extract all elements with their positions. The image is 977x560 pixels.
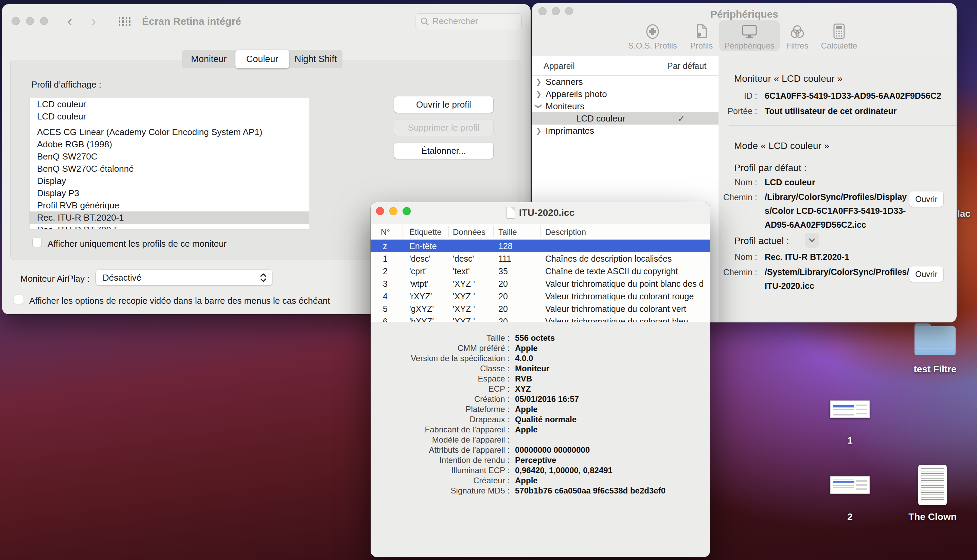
icc-titlebar[interactable]: ITU-2020.icc	[371, 202, 710, 224]
minimize-button[interactable]	[26, 17, 34, 25]
open-current-profile-button[interactable]: Ouvrir	[909, 267, 944, 282]
table-row[interactable]: 3 'wtpt' 'XYZ ' 20 Valeur trichromatique…	[371, 277, 710, 290]
disclosure-collapsed-icon[interactable]: ❯	[532, 90, 545, 98]
open-default-profile-button[interactable]: Ouvrir	[909, 192, 944, 207]
first-aid-icon	[627, 23, 678, 39]
toolbar-calculette[interactable]: Calculette	[814, 23, 865, 50]
table-row[interactable]: 5 'gXYZ' 'XYZ ' 20 Valeur trichromatique…	[371, 302, 710, 315]
table-row[interactable]: 1 'desc' 'desc' 111 Chaînes de descripti…	[371, 252, 710, 265]
zoom-button[interactable]	[40, 17, 48, 25]
column-appareil[interactable]: Appareil	[544, 61, 575, 71]
delete-profile-button[interactable]: Supprimer le profil	[394, 120, 493, 136]
airplay-dropdown[interactable]: Désactivé	[96, 270, 273, 285]
tab-bar: Moniteur Couleur Night Shift	[182, 50, 343, 68]
disclosure-collapsed-icon[interactable]: ❯	[532, 78, 545, 86]
name-value: LCD couleur	[765, 178, 815, 187]
thumbnail-content	[833, 404, 854, 415]
list-item[interactable]: Rec. ITU-R BT.709-5	[30, 224, 309, 230]
toolbar-sos-profils[interactable]: S.O.S. Profils	[627, 23, 678, 50]
mirroring-checkbox[interactable]	[13, 295, 23, 304]
property-row: Créateur :Apple	[371, 475, 710, 486]
property-row: Fabricant de l’appareil :Apple	[371, 425, 710, 435]
thumbnail-buttons	[856, 480, 867, 490]
desktop-icon-label-the-clown[interactable]: The Clown	[903, 512, 961, 522]
mode-section-title: Mode « LCD couleur »	[734, 140, 829, 152]
toolbar-peripheriques[interactable]: Périphériques	[724, 23, 775, 50]
column-etiquette[interactable]: Étiquette	[409, 227, 442, 237]
id-label: ID :	[683, 91, 757, 101]
tree-item-scanners[interactable]: ❯ Scanners	[532, 76, 718, 88]
show-only-profiles-checkbox[interactable]	[32, 238, 42, 247]
list-item[interactable]: LCD couleur	[30, 98, 309, 110]
scope-value: Tout utilisateur de cet ordinateur	[765, 106, 897, 116]
mirroring-label: Afficher les options de recopie vidéo da…	[29, 296, 330, 306]
forward-button[interactable]: ›	[91, 14, 96, 28]
profile-properties: Taille :556 octets CMM préféré :Apple Ve…	[371, 322, 710, 557]
list-item-selected[interactable]: Rec. ITU-R BT.2020-1	[30, 212, 309, 224]
list-separator	[30, 124, 309, 124]
disclosure-expanded-icon[interactable]: ❯	[535, 100, 543, 113]
profile-list[interactable]: LCD couleur LCD couleur ACES CG Linear (…	[29, 98, 309, 230]
folder-body	[915, 326, 955, 355]
list-item[interactable]: ACES CG Linear (Academy Color Encoding S…	[30, 126, 309, 138]
calibrate-button[interactable]: Étalonner...	[394, 143, 493, 159]
grid-icon[interactable]	[119, 17, 132, 27]
desktop-icon-label-2[interactable]: 2	[833, 512, 867, 522]
property-row: Intention de rendu :Perceptive	[371, 455, 710, 465]
desktop-icon-label-test-filtre[interactable]: test Filtre	[908, 364, 962, 375]
table-header: N° Étiquette Données Taille Description	[371, 224, 710, 240]
back-button[interactable]: ‹	[67, 14, 72, 28]
disclosure-collapsed-icon[interactable]: ❯	[532, 127, 545, 135]
document-thumbnail-the-clown[interactable]	[918, 465, 947, 505]
table-row-selected[interactable]: z En-tête 128	[371, 240, 710, 252]
property-row: ECP :XYZ	[371, 384, 710, 394]
property-row: Modèle de l’appareil :	[371, 435, 710, 445]
window-title: Périphériques	[532, 8, 957, 20]
column-description[interactable]: Description	[545, 227, 586, 237]
property-row: Drapeaux :Qualité normale	[371, 414, 710, 425]
list-item[interactable]: Display P3	[30, 187, 309, 199]
list-item[interactable]: BenQ SW270C étalonné	[30, 163, 309, 175]
monitor-icon	[724, 23, 775, 39]
monitor-section-title: Moniteur « LCD couleur »	[734, 73, 843, 84]
current-profile-menu-button[interactable]	[805, 233, 819, 248]
name-label: Nom :	[683, 178, 757, 187]
table-row[interactable]: 2 'cprt' 'text' 35 Chaîne de texte ASCII…	[371, 265, 710, 277]
column-par-defaut[interactable]: Par défaut	[667, 61, 706, 71]
property-row: Plateforme :Apple	[371, 404, 710, 414]
folder-icon-test-filtre[interactable]	[915, 323, 955, 355]
thumbnail-buttons	[856, 405, 867, 415]
list-item[interactable]: BenQ SW270C	[30, 150, 309, 163]
desktop-icon-label-partial[interactable]: lac	[957, 208, 977, 219]
window-title: Écran Retina intégré	[142, 16, 241, 27]
screenshot-thumbnail-2[interactable]	[830, 476, 870, 494]
table-row[interactable]: 4 'rXYZ' 'XYZ ' 20 Valeur trichromatique…	[371, 290, 710, 302]
list-item[interactable]: Adobe RGB (1998)	[30, 138, 309, 150]
tab-couleur[interactable]: Couleur	[236, 50, 289, 68]
column-no[interactable]: N°	[381, 227, 390, 237]
search-field[interactable]	[415, 13, 522, 29]
search-input[interactable]	[432, 16, 500, 27]
default-profile-label: Profil par défaut :	[734, 163, 806, 173]
screenshot-thumbnail-1[interactable]	[830, 400, 870, 418]
settings-titlebar[interactable]: ‹ › Écran Retina intégré	[2, 4, 530, 38]
device-list-header: Appareil Par défaut	[532, 56, 718, 76]
list-item[interactable]: Profil RVB générique	[30, 199, 309, 212]
toolbar-profils[interactable]: Profils	[676, 23, 727, 50]
property-row: Attributs de l’appareil :00000000 000000…	[371, 445, 710, 455]
property-row: Classe :Moniteur	[371, 363, 710, 374]
open-profile-button[interactable]: Ouvrir le profil	[394, 97, 493, 113]
column-taille[interactable]: Taille	[499, 227, 517, 237]
list-item[interactable]: Display	[30, 175, 309, 187]
column-donnees[interactable]: Données	[453, 227, 485, 237]
table-row[interactable]: 6 'bXYZ' 'XYZ ' 20 Valeur trichromatique…	[371, 315, 710, 322]
airplay-value: Désactivé	[103, 273, 141, 283]
tab-moniteur[interactable]: Moniteur	[182, 50, 236, 68]
window-title: ITU-2020.icc	[519, 207, 574, 218]
id-value: 6C1A0FF3-5419-1D33-AD95-6AA02F9D56C2	[765, 91, 941, 101]
tree-item-imprimantes[interactable]: ❯ Imprimantes	[532, 125, 718, 137]
tab-night-shift[interactable]: Night Shift	[289, 50, 343, 68]
list-item[interactable]: LCD couleur	[30, 110, 309, 123]
desktop-icon-label-1[interactable]: 1	[833, 435, 867, 446]
close-button[interactable]	[12, 17, 20, 25]
